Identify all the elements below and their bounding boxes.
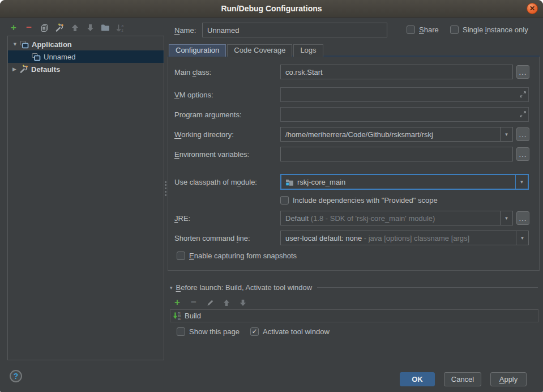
working-directory-combobox[interactable]: /home/meriherrera/Code/Github/rsksmart/r… — [280, 127, 513, 142]
arrow-up-icon — [223, 299, 230, 306]
program-arguments-label: Program arguments: — [174, 107, 242, 122]
enable-capturing-checkbox[interactable] — [177, 252, 185, 260]
tab-configuration[interactable]: Configuration — [169, 44, 226, 57]
tree-item-application[interactable]: ▼ Application — [8, 38, 164, 50]
create-folder-button[interactable] — [101, 23, 110, 32]
apply-button[interactable]: Apply — [490, 372, 527, 386]
edit-task-button[interactable] — [206, 298, 215, 307]
show-this-page-label: Show this page — [189, 327, 240, 336]
dropdown-button[interactable]: ▼ — [516, 231, 528, 245]
jre-browse-button[interactable]: ... — [516, 211, 529, 225]
svg-text:z: z — [122, 28, 123, 32]
include-provided-checkbox[interactable] — [280, 196, 289, 204]
include-provided-label: Include dependencies with "Provided" sco… — [293, 195, 438, 204]
expand-field-icon[interactable] — [519, 110, 540, 118]
shorten-command-line-label: Shorten command line: — [174, 231, 250, 245]
main-class-label: Main class: — [174, 65, 211, 79]
move-task-down-button[interactable] — [238, 298, 247, 307]
module-value: rskj-core_main — [297, 178, 345, 186]
activate-tool-window-label: Activate tool window — [263, 327, 330, 336]
tree-item-label: Unnamed — [44, 53, 75, 61]
before-launch-task-list[interactable]: 011001 Build — [170, 309, 538, 322]
help-icon: ? — [14, 372, 19, 381]
show-this-page-checkbox[interactable] — [177, 327, 185, 336]
program-arguments-input[interactable] — [280, 107, 529, 122]
share-checkbox[interactable] — [407, 25, 415, 34]
dropdown-button[interactable]: ▼ — [515, 175, 528, 189]
ellipsis-icon: ... — [519, 69, 527, 76]
tree-item-defaults[interactable]: ▶ Defaults — [8, 63, 164, 75]
main-class-browse-button[interactable]: ... — [516, 65, 529, 79]
copy-configuration-button[interactable] — [40, 23, 49, 32]
chevron-down-icon: ▼ — [504, 216, 509, 221]
jre-value: Default — [285, 214, 309, 223]
working-directory-browse-button[interactable]: ... — [516, 127, 529, 141]
splitter-handle[interactable] — [165, 181, 166, 196]
module-icon — [285, 178, 294, 186]
copy-icon — [40, 24, 49, 32]
dropdown-button[interactable]: ▼ — [500, 127, 512, 141]
environment-variables-browse-button[interactable]: ... — [516, 147, 529, 161]
working-directory-label: Working directory: — [174, 127, 234, 142]
tab-code-coverage[interactable]: Code Coverage — [227, 44, 292, 57]
tree-item-unnamed[interactable]: Unnamed — [8, 50, 164, 63]
working-directory-value: /home/meriherrera/Code/Github/rsksmart/r… — [285, 130, 433, 139]
activate-tool-window-checkbox[interactable]: ✓ — [250, 327, 259, 336]
remove-task-button[interactable]: − — [189, 298, 198, 307]
arrow-down-icon — [240, 299, 246, 306]
sort-configurations-button[interactable]: az — [116, 23, 125, 32]
jre-label: JRE: — [174, 211, 190, 225]
ok-button[interactable]: OK — [400, 372, 435, 386]
ellipsis-icon: ... — [519, 151, 527, 158]
minus-icon: − — [191, 299, 196, 306]
defaults-wrench-icon — [19, 65, 28, 74]
plus-icon: + — [11, 24, 16, 32]
folder-icon — [101, 24, 110, 32]
section-collapse-icon[interactable]: ▾ — [170, 285, 173, 291]
wrench-icon — [55, 23, 64, 32]
environment-variables-input[interactable] — [280, 147, 513, 161]
shorten-command-line-combobox[interactable]: user-local default: none - java [options… — [280, 231, 529, 245]
configurations-toolbar: + − az — [9, 23, 125, 32]
move-task-up-button[interactable] — [222, 298, 231, 307]
sort-az-icon: az — [116, 24, 125, 32]
cancel-button[interactable]: Cancel — [444, 372, 481, 386]
remove-configuration-button[interactable]: − — [24, 23, 33, 32]
chevron-down-icon: ▼ — [520, 236, 525, 241]
tree-item-label: Application — [32, 40, 72, 49]
shorten-value-detail: - java [options] classname [args] — [362, 234, 469, 242]
add-configuration-button[interactable]: + — [9, 23, 18, 32]
titlebar[interactable]: Run/Debug Configurations ✕ — [0, 0, 543, 18]
minus-icon: − — [26, 24, 32, 31]
chevron-down-icon: ▼ — [520, 180, 524, 185]
single-instance-checkbox[interactable] — [450, 25, 459, 34]
move-down-button[interactable] — [85, 23, 95, 32]
move-up-button[interactable] — [70, 23, 79, 32]
help-button[interactable]: ? — [10, 370, 22, 382]
collapsed-twisty-icon[interactable]: ▶ — [12, 66, 18, 72]
application-type-icon — [31, 53, 41, 61]
before-launch-title: Before launch: Build, Activate tool wind… — [176, 283, 313, 292]
pencil-icon — [207, 299, 214, 306]
arrow-up-icon — [71, 24, 79, 32]
close-button[interactable]: ✕ — [527, 3, 538, 14]
configurations-tree: ▼ Application Unnamed ▶ Defaults — [7, 36, 164, 360]
svg-text:a: a — [122, 24, 124, 28]
module-combobox[interactable]: rskj-core_main ▼ — [280, 174, 529, 190]
add-task-button[interactable]: + — [173, 298, 182, 307]
section-rule — [317, 287, 538, 288]
name-input[interactable] — [202, 23, 387, 37]
vm-options-input[interactable] — [280, 87, 529, 102]
expand-field-icon[interactable] — [519, 91, 540, 98]
main-class-input[interactable] — [280, 65, 513, 79]
before-launch-header[interactable]: ▾ Before launch: Build, Activate tool wi… — [170, 283, 538, 292]
expanded-twisty-icon[interactable]: ▼ — [12, 41, 18, 47]
dropdown-button[interactable]: ▼ — [500, 211, 512, 225]
ellipsis-icon: ... — [519, 131, 527, 138]
svg-text:01: 01 — [178, 318, 181, 321]
edit-defaults-button[interactable] — [55, 23, 64, 32]
jre-combobox[interactable]: Default (1.8 - SDK of 'rskj-core_main' m… — [280, 211, 513, 225]
run-debug-configurations-dialog: Run/Debug Configurations ✕ + − az ▼ Appl… — [0, 0, 543, 392]
tree-item-label: Defaults — [31, 65, 60, 74]
tab-logs[interactable]: Logs — [293, 44, 323, 57]
